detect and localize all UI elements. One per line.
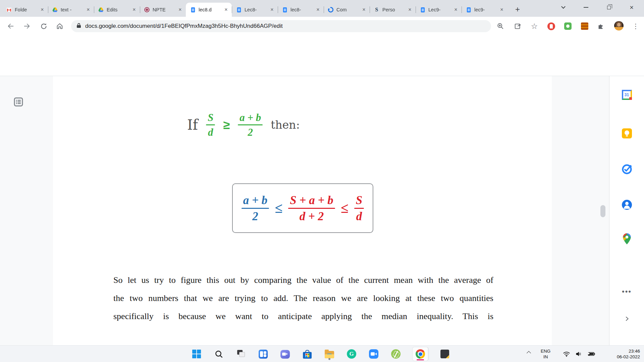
tab-label: Edits — [107, 7, 128, 12]
drive-icon — [98, 7, 104, 13]
tab-label: lec8- — [290, 7, 312, 12]
tab-label: text - — [61, 7, 83, 12]
fraction-s-over-d: Sd — [206, 112, 215, 137]
extensions-puzzle-icon[interactable] — [596, 21, 606, 31]
journal-taskbar-icon[interactable] — [390, 347, 401, 361]
scribd-icon: S — [374, 7, 380, 13]
tab-close-icon[interactable]: × — [85, 7, 91, 13]
tab-label: Lec9- — [428, 7, 450, 12]
start-taskbar-icon[interactable] — [191, 347, 202, 361]
browser-tab[interactable]: NPTE× — [140, 3, 186, 17]
volume-icon[interactable] — [575, 350, 582, 359]
browser-tab[interactable]: Folde× — [2, 3, 48, 17]
url-text: docs.google.com/document/d/1FeBEIQfPmxMz… — [85, 23, 283, 29]
fraction-s-over-d-red: Sd — [354, 194, 364, 222]
language-indicator[interactable]: ENG IN — [541, 348, 550, 360]
battery-saver-icon[interactable] — [587, 350, 596, 359]
calendar-day-label: 31 — [625, 93, 629, 97]
back-button[interactable] — [5, 20, 16, 32]
share-page-icon[interactable] — [513, 21, 523, 31]
tabs-container: Folde×text -×Edits×NPTE×lec8.d×Lec8-×lec… — [2, 3, 507, 17]
taskbar-icons: G — [191, 346, 450, 362]
forward-button[interactable] — [21, 20, 33, 32]
tab-close-icon[interactable]: × — [269, 7, 275, 13]
docs-header: lec8 .DOC ☆ FileEditViewToolsHelp Reques… — [0, 35, 644, 76]
lock-icon[interactable] — [76, 23, 81, 29]
explorer-taskbar-icon[interactable] — [324, 347, 335, 361]
taskbar-clock[interactable]: 23:46 06-02-2022 — [602, 348, 640, 360]
boxed-inequality-formula: a + b2 ≤ S + a + bd + 2 ≤ Sd — [232, 183, 373, 233]
home-button[interactable] — [54, 20, 65, 32]
tab-label: Lec8- — [245, 7, 266, 12]
window-minimize-button[interactable] — [578, 0, 594, 15]
adblock-extension-icon[interactable] — [546, 21, 556, 31]
tab-close-icon[interactable]: × — [315, 7, 321, 13]
window-restore-button[interactable] — [601, 0, 616, 15]
new-tab-button[interactable]: + — [513, 5, 523, 15]
tab-close-icon[interactable]: × — [177, 7, 183, 13]
zoom-page-icon[interactable] — [495, 21, 505, 31]
browser-tab-strip: Folde×text -×Edits×NPTE×lec8.d×Lec8-×lec… — [0, 0, 644, 17]
grammarly-taskbar-icon[interactable]: G — [346, 347, 357, 361]
collapse-rail-chevron-icon[interactable] — [624, 316, 630, 323]
paragraph-line: the two numbers that we are trying to ad… — [113, 290, 493, 308]
search-taskbar-icon[interactable] — [213, 347, 224, 361]
docs-icon — [420, 7, 426, 13]
browser-tab[interactable]: Lec8-× — [232, 3, 278, 17]
condition-formula: If Sd ≥ a + b2 then: — [187, 112, 300, 137]
browser-tab[interactable]: lec9-× — [462, 3, 507, 17]
tab-close-icon[interactable]: × — [453, 7, 459, 13]
contacts-icon[interactable] — [622, 200, 632, 210]
fraction-aplusb-over-2-blue: a + b2 — [241, 194, 269, 222]
grid-extension-icon[interactable] — [580, 21, 590, 31]
formula-prefix: If — [187, 117, 198, 133]
tab-close-icon[interactable]: × — [131, 7, 137, 13]
widgets-taskbar-icon[interactable] — [258, 347, 268, 361]
browser-profile-avatar[interactable] — [614, 21, 624, 31]
window-close-button[interactable]: × — [624, 0, 639, 15]
address-bar[interactable]: docs.google.com/document/d/1FeBEIQfPmxMz… — [71, 20, 491, 32]
tab-label: Perso — [382, 7, 404, 12]
leq-sign: ≤ — [275, 200, 282, 216]
bookmark-star-icon[interactable]: ☆ — [529, 21, 539, 31]
tab-close-icon[interactable]: × — [499, 7, 505, 13]
reload-button[interactable] — [38, 20, 49, 32]
browser-menu-icon[interactable]: ⋮ — [631, 21, 641, 31]
chrome-taskbar-icon[interactable] — [413, 347, 428, 361]
tab-label: NPTE — [153, 7, 174, 12]
tab-close-icon[interactable]: × — [39, 7, 45, 13]
drive-icon — [52, 7, 58, 13]
browser-tab[interactable]: Edits× — [94, 3, 140, 17]
hidden-icons-chevron-icon[interactable] — [527, 352, 530, 355]
tab-label: Folde — [15, 7, 37, 12]
notes-taskbar-icon[interactable] — [439, 347, 450, 361]
document-outline-icon[interactable] — [13, 97, 23, 108]
keep-icon[interactable] — [622, 128, 632, 138]
leq-sign: ≤ — [341, 200, 348, 216]
browser-tab[interactable]: lec8-× — [278, 3, 324, 17]
browser-tab[interactable]: SPerso× — [370, 3, 416, 17]
chat-taskbar-icon[interactable] — [280, 347, 290, 361]
browser-tab[interactable]: Com× — [324, 3, 370, 17]
task-view-taskbar-icon[interactable] — [235, 347, 246, 361]
browser-tab[interactable]: Lec9-× — [416, 3, 462, 17]
tab-close-icon[interactable]: × — [223, 7, 229, 13]
calendar-icon[interactable]: 31 — [622, 90, 632, 100]
document-page[interactable]: If Sd ≥ a + b2 then: a + b2 ≤ S + a + bd… — [53, 76, 552, 345]
more-apps-icon[interactable]: ••• — [622, 287, 632, 296]
browser-tab[interactable]: lec8.d× — [186, 3, 232, 17]
wifi-icon[interactable] — [563, 350, 570, 359]
tab-search-chevron-icon[interactable] — [555, 0, 571, 15]
store-taskbar-icon[interactable] — [302, 347, 313, 361]
tab-label: Com — [336, 7, 358, 12]
tab-close-icon[interactable]: × — [361, 7, 367, 13]
maps-icon[interactable] — [623, 233, 631, 246]
tab-close-icon[interactable]: × — [407, 7, 413, 13]
document-scrollbar-thumb[interactable] — [600, 205, 605, 217]
tasks-icon[interactable] — [622, 164, 632, 176]
beta-extension-icon[interactable] — [563, 21, 573, 31]
fraction-aplusb-over-2: a + b2 — [238, 112, 263, 137]
zoom-app-taskbar-icon[interactable] — [368, 347, 379, 361]
browser-tab[interactable]: text -× — [48, 3, 94, 17]
docs-icon — [190, 7, 196, 13]
